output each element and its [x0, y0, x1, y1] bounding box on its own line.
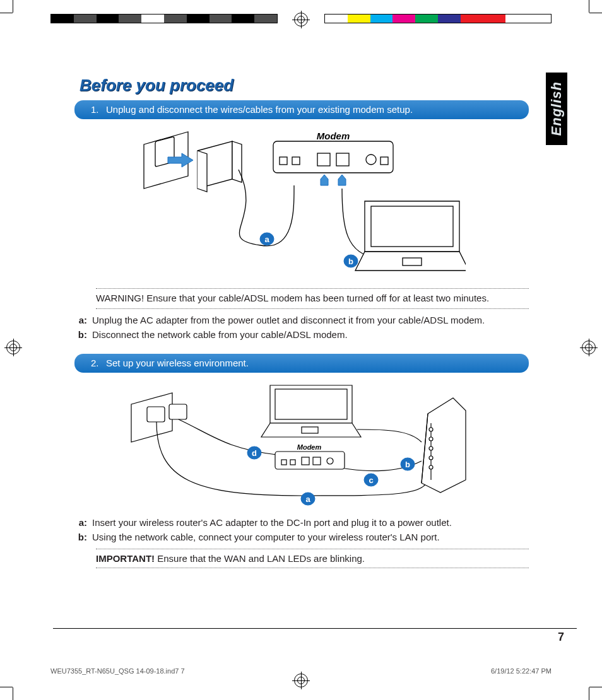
- divider: [96, 288, 529, 289]
- divider: [96, 549, 529, 549]
- bubble-b: b: [348, 257, 353, 266]
- svg-rect-15: [147, 407, 165, 422]
- step1-text: Unplug and disconnect the wires/cables f…: [106, 104, 413, 115]
- step1-sub-a-label: a:: [74, 314, 87, 327]
- svg-rect-8: [381, 157, 388, 165]
- svg-rect-5: [317, 153, 330, 166]
- slug-line: WEU7355_RT-N65U_QSG 14-09-18.ind7 7 6/19…: [50, 667, 552, 675]
- svg-point-26: [429, 428, 433, 431]
- step1-sub-b-label: b:: [74, 329, 87, 341]
- bubble-a: a: [264, 235, 269, 244]
- registration-mark-top: [294, 13, 308, 26]
- svg-point-27: [429, 437, 433, 441]
- svg-rect-22: [302, 457, 309, 465]
- svg-rect-18: [302, 427, 318, 433]
- svg-rect-6: [336, 153, 349, 166]
- step1-warning: WARNING! Ensure that your cable/ADSL mod…: [96, 293, 529, 305]
- step2-text: Set up your wireless environment.: [106, 358, 249, 369]
- step1-number: 1.: [91, 104, 101, 115]
- svg-rect-3: [280, 157, 287, 165]
- step1-pill: 1. Unplug and disconnect the wires/cable…: [74, 100, 529, 119]
- svg-rect-23: [313, 457, 321, 465]
- section-heading: Before you proceed: [80, 76, 529, 95]
- modem-label-2: Modem: [297, 443, 322, 451]
- svg-rect-16: [169, 404, 187, 419]
- colorbar-left: [50, 14, 278, 23]
- bubble-b: b: [405, 459, 410, 469]
- language-tab: English: [546, 73, 567, 145]
- important-text: Ensure that the WAN and LAN LEDs are bli…: [155, 553, 365, 564]
- registration-mark-right: [582, 341, 596, 354]
- step2-sub-a-label: a:: [74, 516, 87, 529]
- page-number-rule: [53, 628, 577, 629]
- step2-sub-b-text: Using the network cable, connect your co…: [92, 531, 529, 544]
- svg-rect-11: [371, 206, 453, 247]
- colorbar-right: [324, 14, 552, 23]
- svg-point-24: [327, 458, 333, 464]
- step2-diagram: Modem d b c a: [74, 379, 529, 511]
- step2-pill: 2. Set up your wireless environment.: [74, 354, 529, 373]
- step2-sub-b-label: b:: [74, 531, 87, 544]
- step2-important: IMPORTANT! Ensure that the WAN and LAN L…: [96, 553, 529, 564]
- svg-rect-4: [292, 157, 300, 165]
- svg-rect-20: [281, 460, 286, 465]
- svg-marker-9: [321, 175, 328, 185]
- svg-marker-10: [338, 175, 346, 185]
- page-number: 7: [558, 631, 564, 644]
- bubble-c: c: [369, 475, 373, 484]
- slug-right: 6/19/12 5:22:47 PM: [491, 667, 552, 675]
- step1-diagram: Modem a b: [74, 125, 529, 283]
- registration-mark-left: [6, 341, 20, 354]
- svg-point-7: [366, 155, 376, 165]
- slug-left: WEU7355_RT-N65U_QSG 14-09-18.ind7 7: [50, 667, 185, 675]
- step1-sub-b-text: Disconnect the network cable from your c…: [92, 329, 529, 341]
- svg-rect-12: [403, 258, 422, 265]
- bubble-d: d: [252, 448, 257, 457]
- svg-rect-17: [275, 389, 347, 419]
- modem-label: Modem: [317, 131, 350, 141]
- divider: [96, 568, 529, 568]
- divider: [96, 308, 529, 309]
- step1-sub-a-text: Unplug the AC adapter from the power out…: [92, 314, 529, 327]
- bubble-a: a: [305, 494, 310, 503]
- svg-point-28: [429, 446, 433, 450]
- svg-marker-1: [168, 153, 193, 167]
- language-tab-label: English: [548, 81, 565, 136]
- svg-rect-21: [290, 460, 295, 465]
- svg-point-29: [429, 456, 433, 460]
- step2-sub-a-text: Insert your wireless router's AC adapter…: [92, 516, 529, 529]
- step2-number: 2.: [91, 358, 101, 369]
- important-label: IMPORTANT!: [96, 553, 155, 564]
- svg-point-30: [429, 465, 433, 469]
